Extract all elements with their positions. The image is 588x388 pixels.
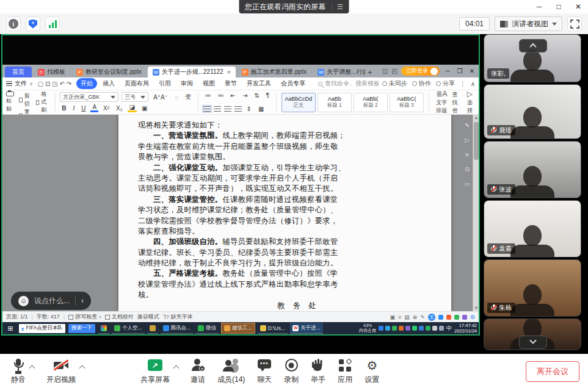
file-menu[interactable]: 文件 ∨ <box>6 79 33 88</box>
command-search[interactable]: 查找命令、搜索模板 <box>318 79 380 88</box>
filmstrip-scroll-down-button[interactable] <box>519 336 547 349</box>
ribbon-tab-开发工具[interactable]: 开发工具 <box>242 78 275 89</box>
network-button[interactable] <box>45 16 60 31</box>
more-menu-icon[interactable]: ⋮ <box>460 81 466 87</box>
security-button[interactable] <box>26 16 40 31</box>
format-glyph-X₂[interactable]: X₂ <box>114 105 125 112</box>
bullet-list-button[interactable]: ≔ <box>203 92 213 99</box>
indent-button[interactable]: ⇥ <box>241 92 249 99</box>
style-chip[interactable]: AaBb标题 1 <box>318 93 352 112</box>
tray-icon[interactable] <box>405 326 410 331</box>
font-size-buttons[interactable]: A⁺ A⁻ <box>151 94 170 101</box>
participant-tile[interactable]: 袁嘉 <box>484 200 581 257</box>
chevron-up-icon[interactable] <box>173 365 180 372</box>
scrollbar-thumb[interactable] <box>474 122 479 160</box>
status-plugin-icon[interactable] <box>438 315 443 320</box>
taskbar-app[interactable]: W关于进... <box>290 323 323 334</box>
control-members[interactable]: 成员(14) <box>217 358 245 385</box>
status-plugin-icon[interactable] <box>462 315 467 320</box>
leave-meeting-button[interactable]: 离开会议 <box>526 361 579 382</box>
tray-icon[interactable] <box>412 326 417 331</box>
chevron-up-icon[interactable] <box>29 365 35 372</box>
wps-minimize-icon[interactable]: ─ <box>443 68 452 74</box>
control-rec[interactable]: 录制 <box>284 358 299 385</box>
document-tab[interactable]: P教研室会议制度.pptx <box>71 66 147 77</box>
status-plugin-icon[interactable] <box>446 315 451 320</box>
close-button[interactable]: ✕ <box>568 0 588 13</box>
wps-close-icon[interactable]: ✕ <box>468 68 476 74</box>
filmstrip-scroll-up-button[interactable] <box>519 39 547 52</box>
tray-icon[interactable] <box>399 326 404 331</box>
meeting-info-button[interactable]: i <box>6 16 21 31</box>
start-button[interactable]: ⊞ <box>5 325 16 332</box>
emoji-icon[interactable]: ☺ <box>18 296 29 306</box>
font-name-select[interactable]: 方正仿宋_GBK <box>60 92 118 102</box>
wps-restore-icon[interactable]: ❐ <box>456 68 464 74</box>
ribbon-tab-引用[interactable]: 引用 <box>154 78 175 89</box>
outline-icon[interactable]: ≡ <box>465 151 469 158</box>
edit-mode-icon[interactable]: ✎ <box>420 314 425 320</box>
status-plugin-icon[interactable] <box>454 315 459 320</box>
control-gear[interactable]: ⚙设置 <box>365 358 379 385</box>
view-outline-icon[interactable]: ≡ <box>398 314 401 320</box>
tray-icon[interactable] <box>426 326 430 331</box>
taskbar-app[interactable]: 建筑工... <box>221 323 255 334</box>
taskbar-search[interactable]: e FIFA点赞日本队 <box>19 324 65 333</box>
tray-icon[interactable] <box>392 326 397 331</box>
taskbar-app[interactable] <box>147 323 158 334</box>
workspace-icon[interactable]: ◰ <box>392 68 397 74</box>
input-language[interactable]: 中 <box>446 325 452 332</box>
format-painter-button[interactable]: 格式刷 <box>36 90 50 114</box>
document-tab[interactable]: D找模板 <box>33 66 70 77</box>
ribbon-tab-视图[interactable]: 视图 <box>198 78 219 89</box>
tray-icon[interactable] <box>385 326 390 331</box>
scroll-up-icon[interactable]: ▲ <box>473 115 479 121</box>
control-invite[interactable]: +邀请 <box>191 358 205 385</box>
font-size-glyph[interactable]: A⁻ <box>161 94 168 101</box>
tool-文字排版[interactable]: ≣A文字排版 <box>434 90 449 115</box>
outdent-button[interactable]: ⇤ <box>229 92 238 99</box>
proofread-button[interactable]: 文档校对 <box>105 313 134 321</box>
char-border-button[interactable]: ▣ <box>140 105 149 112</box>
bookmark-icon[interactable]: ▭ <box>465 181 470 187</box>
view-web-icon[interactable]: ⊕ <box>413 314 418 320</box>
document-scrollbar[interactable]: ▲ ▼ <box>473 115 479 311</box>
comment-icon[interactable]: ⊙ <box>465 166 470 173</box>
align-center-button[interactable] <box>214 106 221 112</box>
number-list-button[interactable]: ≕ <box>216 92 226 99</box>
search-go-button[interactable]: 搜索一下 <box>68 324 95 333</box>
font-size-glyph[interactable]: A⁺ <box>153 94 161 101</box>
control-cam[interactable]: 开启视频 <box>46 358 84 385</box>
document-page[interactable]: 现将相关要求通知如下：一、营造课堂氛围。线上教学期间，教师端需开启视频；学生端需… <box>118 115 451 311</box>
settings-gear-icon[interactable]: ⚙ <box>470 314 475 320</box>
control-hand[interactable]: 举手 <box>311 358 325 385</box>
format-glyph-B[interactable]: B <box>60 105 68 112</box>
maximize-button[interactable]: □ <box>549 0 568 13</box>
menubar-action[interactable]: 协作 <box>412 79 431 88</box>
paragraph-mark-button[interactable]: ¶ <box>264 92 271 99</box>
chevron-up-icon[interactable] <box>79 365 85 372</box>
view-mode-selector[interactable]: 演讲者视图 <box>495 16 562 31</box>
wps-login-button[interactable]: 立即登录 <box>401 66 440 76</box>
minimize-button[interactable]: ─ <box>529 0 549 13</box>
ribbon-tab-插入[interactable]: 插入 <box>98 78 119 89</box>
edit-pen-icon[interactable]: ✎ <box>465 122 470 129</box>
taskbar-app[interactable]: 个人空... <box>112 323 145 334</box>
tool-选择[interactable]: ▷选择 <box>465 90 475 115</box>
tab-list-icon[interactable]: ◫ <box>382 68 388 74</box>
participant-tile[interactable]: 张波 <box>484 141 581 198</box>
align-justify-button[interactable] <box>234 106 242 112</box>
align-left-button[interactable] <box>203 106 211 112</box>
style-chip[interactable]: AaBb(标题 2 <box>354 93 388 112</box>
taskbar-app[interactable]: 腾讯会... <box>161 323 194 334</box>
tray-icon[interactable] <box>379 326 383 331</box>
ribbon-tab-页面布局[interactable]: 页面布局 <box>120 78 153 89</box>
quick-access-toolbar[interactable]: ▢ ⊡ ◳ ↶ ↷ <box>38 81 71 87</box>
highlight-button[interactable]: ◪ <box>128 104 137 112</box>
document-area[interactable]: 现将相关要求通知如下：一、营造课堂氛围。线上教学期间，教师端需开启视频；学生端需… <box>2 115 479 311</box>
scroll-down-icon[interactable]: ▼ <box>473 305 479 311</box>
participant-tile[interactable]: 鹿瑶 <box>484 84 581 139</box>
format-glyph-U[interactable]: U <box>79 105 87 112</box>
collapse-ribbon-icon[interactable]: ∧ <box>471 81 475 87</box>
banner-menu-icon[interactable]: ☰ <box>332 3 343 11</box>
